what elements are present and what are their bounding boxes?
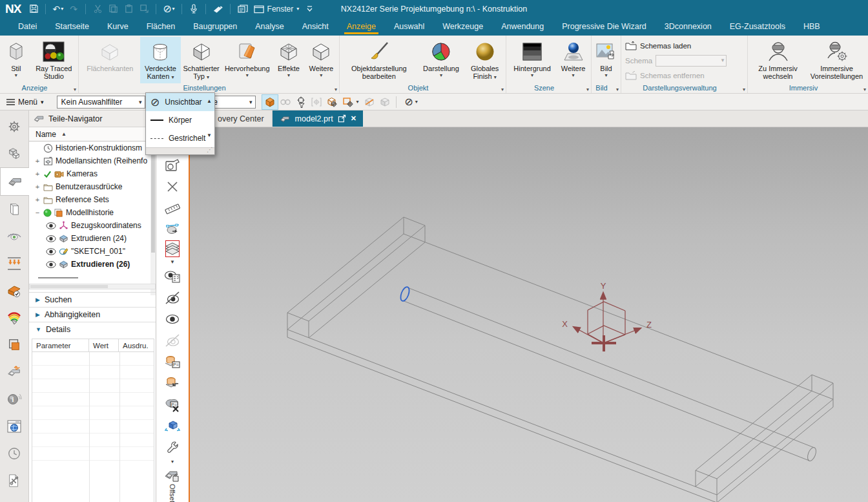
tree-row-model-views[interactable]: + Modellansichten (Reihenfo xyxy=(29,154,156,167)
tree-vertical-scrollbar[interactable] xyxy=(150,141,156,295)
tab-kurve[interactable]: Kurve xyxy=(98,17,138,36)
schattierter-typ-button[interactable]: Schattierter Typ ▾ xyxy=(181,37,222,83)
visibility-eye-icon[interactable] xyxy=(46,235,56,242)
stil-button[interactable]: Stil ▾ xyxy=(1,37,31,83)
visualization-eye-icon[interactable] xyxy=(0,223,29,250)
visibility-eye-icon[interactable] xyxy=(46,261,56,268)
selected-edge-circle[interactable] xyxy=(399,286,411,302)
tab-werkzeuge[interactable]: Werkzeuge xyxy=(433,17,492,36)
tree-row-history-mode[interactable]: Historien-Konstruktionsm xyxy=(29,141,156,154)
copy-icon[interactable] xyxy=(107,2,119,16)
scroll-up-icon[interactable]: ▲ xyxy=(207,98,212,104)
close-x-button[interactable] xyxy=(166,176,179,197)
tab-ansicht[interactable]: Ansicht xyxy=(293,17,338,36)
paste-icon[interactable] xyxy=(122,2,135,16)
reuse-library-icon[interactable] xyxy=(0,196,29,223)
immersive-voreinstellungen-button[interactable]: Immersive Voreinstellungen xyxy=(807,37,867,83)
downloads-panel-icon[interactable] xyxy=(0,250,29,277)
tree-row-datum-csys[interactable]: Bezugskoordinatens xyxy=(29,219,156,232)
panel-drag-handle[interactable] xyxy=(38,277,78,278)
fenster-menu[interactable]: Fenster ▾ xyxy=(253,2,301,16)
collapse-icon[interactable]: − xyxy=(34,209,41,216)
repeat-command-icon[interactable] xyxy=(138,2,150,16)
tab-anwendung[interactable]: Anwendung xyxy=(492,17,553,36)
bild-button[interactable]: Bild ▾ xyxy=(593,37,619,83)
show-object-button[interactable] xyxy=(165,308,180,329)
rectangle-select-icon[interactable]: ▾ xyxy=(340,95,362,109)
tree-horizontal-scrollbar[interactable] xyxy=(29,284,156,289)
section-suchen[interactable]: ▶ Suchen xyxy=(29,292,156,307)
verdeckte-kanten-button[interactable]: Verdeckte Kanten ▾ xyxy=(140,37,181,83)
command-finder-icon[interactable] xyxy=(211,2,225,16)
expand-icon[interactable]: + xyxy=(34,196,41,204)
general-selection-icon[interactable] xyxy=(309,95,324,109)
scroll-down-icon[interactable]: ▼ xyxy=(207,132,212,138)
tab-flaechen[interactable]: Flächen xyxy=(138,17,184,36)
group-dialog-launcher[interactable]: ▾ xyxy=(863,87,866,92)
name-column-header[interactable]: Name ▲ xyxy=(29,127,156,141)
section-abhaengigkeiten[interactable]: ▶ Abhängigkeiten xyxy=(29,307,156,322)
snap-point-cube-icon[interactable] xyxy=(262,95,278,109)
tree-row-extrude-24[interactable]: Extrudieren (24) xyxy=(29,232,156,245)
group-dialog-launcher[interactable]: ▾ xyxy=(586,87,589,92)
layer-settings-button[interactable] xyxy=(165,240,180,258)
scrollbar-thumb[interactable] xyxy=(151,143,155,253)
menu-item-koerper[interactable]: Körper xyxy=(146,111,214,129)
assembly-navigator-icon[interactable] xyxy=(0,140,29,167)
section-details[interactable]: ▼ Details xyxy=(29,322,156,337)
globales-finish-button[interactable]: Globales Finish ▾ xyxy=(465,37,504,83)
flaechenkanten-button[interactable]: Flächenkanten xyxy=(80,37,140,83)
menu-item-gestrichelt[interactable]: Gestrichelt ▼ xyxy=(146,129,214,147)
group-dialog-launcher[interactable]: ▾ xyxy=(501,87,504,92)
tab-datei[interactable]: Datei xyxy=(9,17,46,36)
wrench-tool-button[interactable] xyxy=(165,436,180,457)
schemas-laden-button[interactable]: Schemas laden xyxy=(623,38,746,53)
linked-objects-icon[interactable] xyxy=(278,95,293,109)
menu-item-unsichtbar[interactable]: ⊘ Unsichtbar ▲ xyxy=(146,93,214,111)
part-orientation-icon[interactable] xyxy=(0,359,29,386)
selection-filter-funnel-icon[interactable] xyxy=(293,95,309,109)
tab-analyse[interactable]: Analyse xyxy=(246,17,293,36)
group-dialog-launcher[interactable]: ▾ xyxy=(616,87,619,92)
web-browser-icon[interactable] xyxy=(0,413,29,440)
wrench-dropdown-caret[interactable]: ▾ xyxy=(171,459,174,464)
show-hide-dialog-button[interactable] xyxy=(164,266,181,287)
view-orient-button[interactable] xyxy=(165,154,180,176)
weitere-anzeige-button[interactable]: Weitere ▾ xyxy=(305,37,338,83)
rotate-view-cube-button[interactable] xyxy=(164,415,181,436)
no-selection-filter-icon[interactable]: ⊘▾ xyxy=(161,2,176,16)
save-icon[interactable] xyxy=(27,2,40,16)
tree-row-cameras[interactable]: + Kameras xyxy=(29,167,156,180)
invisible-object-button[interactable] xyxy=(165,329,180,351)
history-clock-icon[interactable] xyxy=(0,440,29,467)
tree-row-user-expressions[interactable]: + Benutzerausdrücke xyxy=(29,180,156,193)
weitere-szene-button[interactable]: Weitere ▾ xyxy=(557,37,590,83)
tab-auswahl[interactable]: Auswahl xyxy=(385,17,433,36)
detach-tab-icon[interactable] xyxy=(338,114,346,123)
group-dialog-launcher[interactable]: ▾ xyxy=(743,87,745,92)
cascade-windows-icon[interactable] xyxy=(236,2,250,16)
ribbon-collapse-icon[interactable] xyxy=(303,2,316,16)
expand-icon[interactable]: + xyxy=(34,170,41,178)
microphone-icon[interactable] xyxy=(187,2,200,16)
cube-crosshair-icon[interactable] xyxy=(324,95,340,109)
visibility-eye-icon[interactable] xyxy=(46,222,56,229)
tab-hbb[interactable]: HBB xyxy=(794,17,829,36)
update-for-external-change-button[interactable] xyxy=(164,372,181,393)
graphics-viewport[interactable]: X Y Z xyxy=(190,127,868,502)
tree-row-sketch-001[interactable]: "SKETCH_001" xyxy=(29,245,156,258)
tab-progressive-die-wizard[interactable]: Progressive Die Wizard xyxy=(553,17,656,36)
measure-ruler-button[interactable] xyxy=(165,197,180,218)
analysis-rainbow-icon[interactable] xyxy=(0,304,29,331)
visibility-eye-icon[interactable] xyxy=(46,248,56,255)
redo-button[interactable]: ↷ xyxy=(67,2,80,16)
tab-startseite[interactable]: Startseite xyxy=(46,17,98,36)
tab-model2-active[interactable]: model2.prt ✕ xyxy=(273,110,363,127)
roles-gear-icon[interactable] xyxy=(0,113,29,140)
group-dialog-launcher[interactable]: ▾ xyxy=(74,87,76,92)
tab-anzeige-active[interactable]: Anzeige xyxy=(338,17,385,36)
group-dialog-launcher[interactable]: ▾ xyxy=(335,87,337,92)
tab-3dconnexion[interactable]: 3Dconnexion xyxy=(656,17,721,36)
scrollbar-thumb[interactable] xyxy=(30,285,108,288)
darstellung-button[interactable]: Darstellung ▾ xyxy=(417,37,466,83)
